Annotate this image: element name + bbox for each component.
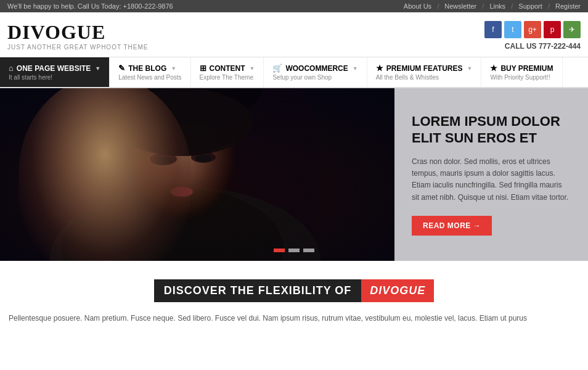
svg-point-5 — [150, 153, 177, 165]
nav-arrow-premium: ▼ — [467, 65, 472, 72]
nav-arrow-content: ▼ — [250, 65, 255, 72]
svg-point-9 — [171, 187, 193, 197]
home-icon: ⌂ — [9, 64, 14, 73]
nav-arrow-one-page: ▼ — [95, 65, 100, 72]
facebook-icon[interactable]: f — [484, 21, 502, 38]
nav-label-woocommerce: WOOCOMMERCE — [285, 64, 348, 73]
slider-dots — [274, 249, 314, 252]
nav-label-one-page: ONE PAGE WEBSITE — [17, 64, 91, 73]
discover-brand: DIVOGUE — [361, 279, 434, 302]
nav-sub-premium: All the Bells & Whistles — [376, 74, 473, 81]
nav-item-one-page[interactable]: ⌂ ONE PAGE WEBSITE ▼ It all starts here! — [0, 57, 110, 87]
top-bar-phone: We'll be happy to help. Call Us Today: +… — [7, 2, 173, 10]
nav-item-woocommerce[interactable]: 🛒 WOOCOMMERCE ▼ Setup your own Shop — [264, 57, 367, 87]
premium-icon: ★ — [376, 64, 383, 73]
nav-sub-blog: Latest News and Posts — [118, 74, 181, 81]
top-bar: We'll be happy to help. Call Us Today: +… — [0, 0, 588, 12]
svg-point-7 — [155, 156, 172, 165]
call-us-label: CALL US 777-222-444 — [505, 42, 581, 51]
discover-prefix: DISCOVER THE FLEXIBILITY OF — [154, 279, 362, 302]
read-more-button[interactable]: READ MORE → — [412, 216, 492, 236]
nav-label-blog: THE BLOG — [128, 64, 166, 73]
site-tagline: JUST ANOTHER GREAT WPHOOT THEME — [7, 44, 148, 51]
googleplus-icon[interactable]: g+ — [524, 21, 541, 38]
woocommerce-icon: 🛒 — [272, 64, 282, 73]
links-link[interactable]: Links — [489, 2, 505, 10]
nav-label-premium: PREMIUM FEATURES — [386, 64, 463, 73]
nav-item-buy[interactable]: ★ BUY PREMIUM With Priority Support!! — [481, 57, 562, 87]
about-link[interactable]: About Us — [404, 2, 431, 10]
header-right: f t g+ p ✈ CALL US 777-222-444 — [484, 21, 581, 51]
nav-sub-woocommerce: Setup your own Shop — [272, 74, 357, 81]
discover-section: DISCOVER THE FLEXIBILITY OFDIVOGUE Pelle… — [0, 261, 588, 334]
hero-image — [0, 88, 394, 261]
top-bar-links: About Us / Newsletter / Links / Support … — [400, 2, 581, 10]
hero-photo — [0, 88, 394, 261]
hero-section: LOREM IPSUM DOLOR ELIT SUN EROS ET Cras … — [0, 88, 588, 261]
hero-title: LOREM IPSUM DOLOR ELIT SUN EROS ET — [412, 113, 571, 146]
svg-rect-13 — [0, 88, 394, 261]
hero-content: LOREM IPSUM DOLOR ELIT SUN EROS ET Cras … — [394, 88, 588, 261]
nav-sub-one-page: It all starts here! — [9, 74, 100, 81]
dot-1[interactable] — [274, 249, 285, 252]
dot-3[interactable] — [303, 249, 314, 252]
blog-icon: ✎ — [118, 64, 125, 73]
social-icons-group: f t g+ p ✈ — [484, 21, 581, 38]
main-nav: ⌂ ONE PAGE WEBSITE ▼ It all starts here!… — [0, 57, 588, 88]
register-link[interactable]: Register — [555, 2, 581, 10]
content-icon: ⊞ — [200, 64, 206, 73]
nav-arrow-blog: ▼ — [171, 65, 176, 72]
dot-2[interactable] — [288, 249, 300, 252]
newsletter-link[interactable]: Newsletter — [444, 2, 476, 10]
twitter-icon[interactable]: t — [504, 21, 521, 38]
buy-icon: ★ — [490, 64, 497, 73]
nav-arrow-woocommerce: ▼ — [353, 65, 358, 72]
logo-area: DIVOGUE JUST ANOTHER GREAT WPHOOT THEME — [7, 21, 148, 51]
site-header: DIVOGUE JUST ANOTHER GREAT WPHOOT THEME … — [0, 12, 588, 57]
nav-sub-buy: With Priority Support!! — [490, 74, 553, 81]
site-logo[interactable]: DIVOGUE — [7, 21, 148, 44]
discover-title: DISCOVER THE FLEXIBILITY OFDIVOGUE — [154, 279, 435, 302]
nav-sub-content: Explore The Theme — [200, 74, 255, 81]
support-link[interactable]: Support — [518, 2, 542, 10]
nav-item-blog[interactable]: ✎ THE BLOG ▼ Latest News and Posts — [110, 57, 190, 87]
hero-body: Cras non dolor. Sed mollis, eros et ultr… — [412, 156, 571, 204]
nav-label-buy: BUY PREMIUM — [500, 64, 553, 73]
discover-body: Pellentesque posuere. Nam pretium. Fusce… — [7, 312, 581, 324]
pinterest-icon[interactable]: p — [544, 21, 561, 38]
tripadvisor-icon[interactable]: ✈ — [563, 21, 581, 38]
nav-label-content: CONTENT — [210, 64, 245, 73]
nav-item-premium[interactable]: ★ PREMIUM FEATURES ▼ All the Bells & Whi… — [367, 57, 482, 87]
nav-item-content[interactable]: ⊞ CONTENT ▼ Explore The Theme — [191, 57, 264, 87]
